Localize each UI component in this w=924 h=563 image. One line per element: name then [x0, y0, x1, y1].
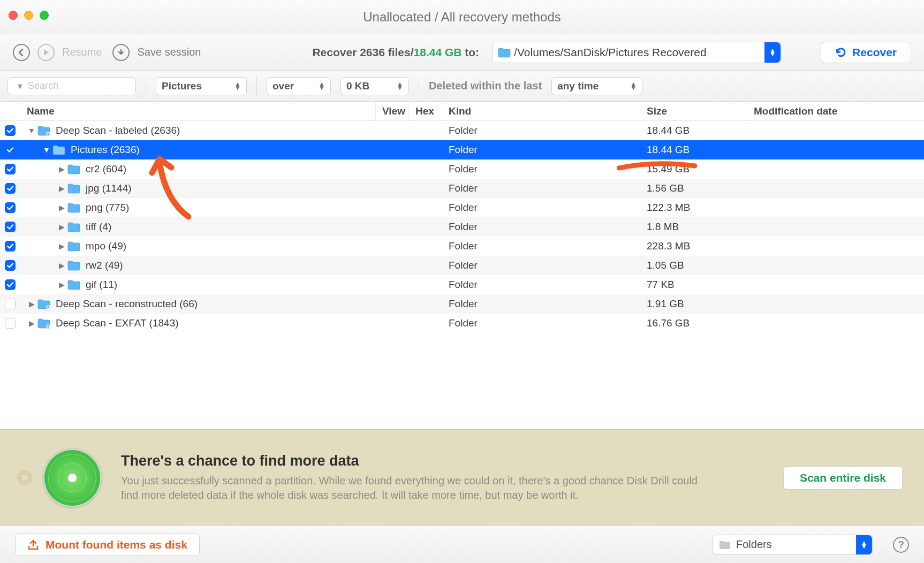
- row-kind: Folder: [442, 279, 640, 291]
- view-mode-dropdown-button[interactable]: ▲▼: [856, 535, 872, 554]
- column-kind[interactable]: Kind: [442, 102, 640, 120]
- row-checkbox[interactable]: [5, 222, 16, 232]
- row-name: Deep Scan - reconstructed (66): [56, 298, 198, 310]
- row-checkbox-cell: [0, 241, 20, 252]
- save-session-button[interactable]: [112, 44, 130, 61]
- row-name-cell[interactable]: ▶ jpg (1144): [20, 182, 376, 194]
- row-checkbox[interactable]: [5, 279, 16, 290]
- stepper-icon: ▲▼: [234, 82, 241, 90]
- row-checkbox[interactable]: [5, 260, 16, 271]
- row-size: 1.91 GB: [640, 298, 747, 310]
- filter-type-select[interactable]: Pictures ▲▼: [156, 77, 247, 95]
- disclosure-triangle-icon[interactable]: ▶: [58, 203, 65, 212]
- disclosure-triangle-icon[interactable]: ▼: [28, 126, 35, 135]
- row-name-cell[interactable]: ▶ Deep Scan - EXFAT (1843): [20, 317, 376, 329]
- row-checkbox[interactable]: [5, 125, 16, 136]
- filter-size-value-select[interactable]: 0 KB ▲▼: [340, 77, 409, 95]
- row-name: png (775): [86, 202, 129, 214]
- recover-button[interactable]: Recover: [821, 42, 911, 63]
- disclosure-triangle-icon[interactable]: ▶: [58, 165, 65, 173]
- row-name-cell[interactable]: ▶ Deep Scan - reconstructed (66): [20, 298, 376, 310]
- disclosure-triangle-icon[interactable]: ▶: [28, 319, 35, 328]
- titlebar: Unallocated / All recovery methods: [0, 0, 924, 34]
- row-checkbox-cell: [0, 299, 20, 309]
- scan-entire-disk-button[interactable]: Scan entire disk: [783, 466, 903, 490]
- row-kind: Folder: [442, 298, 640, 310]
- disclosure-triangle-icon[interactable]: ▶: [58, 280, 65, 289]
- banner-body: You just successfully scanned a partitio…: [121, 474, 710, 503]
- table-row[interactable]: ▶ png (775) Folder 122.3 MB: [0, 198, 924, 217]
- row-checkbox[interactable]: [5, 318, 16, 329]
- table-row[interactable]: ▼ Deep Scan - labeled (2636) Folder 18.4…: [0, 121, 924, 140]
- row-name-cell[interactable]: ▶ tiff (4): [20, 221, 376, 233]
- table-row[interactable]: ▶ mpo (49) Folder 228.3 MB: [0, 237, 924, 256]
- column-view[interactable]: View: [376, 102, 409, 120]
- row-kind: Folder: [442, 144, 640, 156]
- row-name: jpg (1144): [86, 182, 132, 194]
- row-name-cell[interactable]: ▶ png (775): [20, 202, 376, 214]
- search-input[interactable]: [27, 80, 153, 92]
- search-input-wrapper[interactable]: ▾: [7, 77, 136, 95]
- table-row[interactable]: ▶ Deep Scan - EXFAT (1843) Folder 16.76 …: [0, 314, 924, 333]
- view-mode-select[interactable]: Folders ▲▼: [712, 535, 873, 555]
- table-row[interactable]: ▶ Deep Scan - reconstructed (66) Folder …: [0, 294, 924, 314]
- banner-text: There's a chance to find more data You j…: [121, 453, 710, 503]
- row-checkbox[interactable]: [5, 202, 16, 213]
- results-table: ▼ Deep Scan - labeled (2636) Folder 18.4…: [0, 121, 924, 333]
- row-size: 16.76 GB: [640, 317, 747, 329]
- disclosure-triangle-icon[interactable]: ▶: [58, 261, 65, 270]
- row-name-cell[interactable]: ▶ gif (11): [20, 279, 376, 291]
- column-check: [0, 102, 20, 120]
- column-hex[interactable]: Hex: [409, 102, 442, 120]
- column-modification[interactable]: Modification date: [747, 102, 924, 120]
- table-row[interactable]: ▶ cr2 (604) Folder 15.49 GB: [0, 159, 924, 179]
- disclosure-triangle-icon[interactable]: ▶: [58, 223, 65, 231]
- play-icon: [43, 49, 49, 56]
- row-checkbox[interactable]: [5, 241, 16, 252]
- disclosure-triangle-icon[interactable]: ▶: [28, 300, 35, 308]
- table-row[interactable]: ▶ tiff (4) Folder 1.8 MB: [0, 217, 924, 237]
- row-checkbox-cell: [0, 260, 20, 271]
- row-name-cell[interactable]: ▶ mpo (49): [20, 240, 376, 252]
- row-name-cell[interactable]: ▶ rw2 (49): [20, 260, 376, 271]
- column-name[interactable]: Name: [20, 102, 376, 120]
- resume-label: Resume: [62, 46, 102, 58]
- close-banner-button[interactable]: [17, 470, 32, 485]
- column-size[interactable]: Size: [640, 102, 747, 120]
- disclosure-triangle-icon[interactable]: ▶: [58, 242, 65, 250]
- row-size: 18.44 GB: [640, 125, 747, 136]
- row-size: 18.44 GB: [640, 144, 747, 156]
- filter-time-select[interactable]: any time ▲▼: [551, 77, 642, 95]
- row-checkbox[interactable]: [5, 183, 16, 194]
- destination-path-picker[interactable]: /Volumes/SanDisk/Pictures Recovered ▲▼: [492, 42, 781, 63]
- row-name-cell[interactable]: ▼ Deep Scan - labeled (2636): [20, 125, 376, 136]
- recover-summary-prefix: Recover: [312, 46, 360, 58]
- zoom-window-button[interactable]: [40, 11, 49, 20]
- recover-icon: [835, 47, 847, 58]
- row-checkbox[interactable]: [5, 164, 16, 174]
- close-window-button[interactable]: [9, 11, 18, 20]
- row-name-cell[interactable]: ▼ Pictures (2636): [20, 144, 376, 156]
- download-icon: [117, 49, 125, 56]
- help-button[interactable]: ?: [893, 537, 909, 553]
- row-checkbox[interactable]: [5, 144, 16, 155]
- row-kind: Folder: [442, 182, 640, 194]
- back-button[interactable]: [13, 44, 30, 61]
- folder-icon: [37, 299, 50, 309]
- mount-items-button[interactable]: Mount found items as disk: [15, 534, 200, 556]
- table-row[interactable]: ▶ rw2 (49) Folder 1.05 GB: [0, 256, 924, 275]
- minimize-window-button[interactable]: [24, 11, 33, 20]
- filter-size-op-select[interactable]: over ▲▼: [267, 77, 331, 95]
- resume-button[interactable]: [37, 44, 55, 61]
- table-row[interactable]: ▼ Pictures (2636) Folder 18.44 GB: [0, 140, 924, 159]
- destination-path-dropdown[interactable]: ▲▼: [764, 42, 781, 63]
- disclosure-triangle-icon[interactable]: ▼: [43, 146, 50, 154]
- row-checkbox[interactable]: [5, 299, 16, 309]
- table-row[interactable]: ▶ gif (11) Folder 77 KB: [0, 275, 924, 294]
- table-row[interactable]: ▶ jpg (1144) Folder 1.56 GB: [0, 179, 924, 198]
- disclosure-triangle-icon[interactable]: ▶: [58, 184, 65, 193]
- row-size: 15.49 GB: [640, 163, 747, 175]
- row-name-cell[interactable]: ▶ cr2 (604): [20, 163, 376, 175]
- banner-heading: There's a chance to find more data: [121, 453, 710, 469]
- row-name: Pictures (2636): [71, 144, 140, 156]
